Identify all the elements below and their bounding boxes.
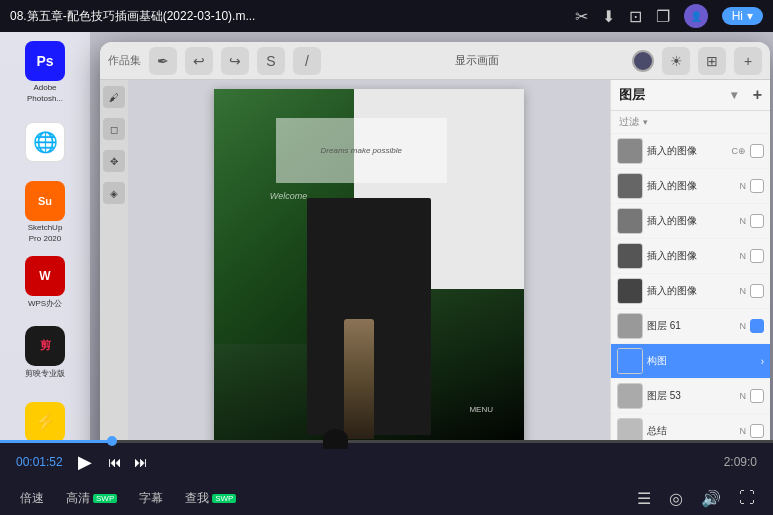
tool-select[interactable]: ◻ — [103, 118, 125, 140]
layer-item[interactable]: 图层 61N — [611, 309, 770, 344]
layer-thumbnail — [617, 348, 643, 374]
play-button[interactable]: ▶ — [68, 451, 102, 473]
layer-thumbnail — [617, 313, 643, 339]
layer-item[interactable]: 构图› — [611, 344, 770, 379]
layer-name: 插入的图像 — [647, 179, 736, 193]
layer-name: 构图 — [647, 354, 757, 368]
bottom-actions: 倍速 高清 SWP 字幕 查我 SWP ☰ ◎ 🔊 ⛶ — [0, 481, 773, 515]
progress-dot — [107, 436, 117, 446]
layer-item[interactable]: 插入的图像C⊕ — [611, 134, 770, 169]
layer-chevron-icon: › — [761, 356, 764, 367]
layer-thumbnail — [617, 173, 643, 199]
tool-adjust[interactable]: ◈ — [103, 182, 125, 204]
left-sidebar: Ps Adobe Photosh... 🌐 Su SketchUp Pro 20… — [0, 32, 90, 470]
layer-visibility-check[interactable] — [750, 389, 764, 403]
filter-label: 过滤 — [619, 115, 639, 129]
speed-label: 倍速 — [20, 490, 44, 507]
toolbar-plus[interactable]: + — [734, 47, 762, 75]
subtitle-button[interactable]: 字幕 — [129, 486, 173, 511]
layer-visibility-check[interactable] — [750, 284, 764, 298]
layer-name: 插入的图像 — [647, 144, 728, 158]
layer-name: 图层 53 — [647, 389, 736, 403]
layer-visibility-check[interactable] — [750, 424, 764, 438]
layer-name: 总结 — [647, 424, 736, 438]
top-bar: 08.第五章-配色技巧插画基础(2022-03-10).m... ✂ ⬇ ⊡ ❐… — [0, 0, 773, 32]
hi-button[interactable]: Hi ▾ — [722, 7, 763, 25]
artwork: Dreams make possible Welcome MENU — [214, 89, 524, 454]
layer-mode: N — [740, 181, 747, 191]
layer-mode: N — [740, 391, 747, 401]
layer-item[interactable]: 插入的图像N — [611, 204, 770, 239]
tool-brush[interactable]: 🖌 — [103, 86, 125, 108]
layer-item[interactable]: 插入的图像N — [611, 169, 770, 204]
download-icon[interactable]: ⬇ — [602, 7, 615, 26]
target-button[interactable]: ◎ — [661, 485, 691, 512]
toolbar-brightness[interactable]: ☀ — [662, 47, 690, 75]
playback-controls: 00:01:52 ▶ ⏮ ⏭ 2:09:0 — [0, 443, 773, 481]
app-icon-jianying[interactable]: 剪 剪映专业版 — [13, 320, 77, 384]
app-icon-ps[interactable]: Ps Adobe Photosh... — [13, 40, 77, 104]
playlist-button[interactable]: ☰ — [629, 485, 659, 512]
layer-visibility-check[interactable] — [750, 144, 764, 158]
toolbar-redo[interactable]: ↪ — [221, 47, 249, 75]
toolbar-undo[interactable]: ↩ — [185, 47, 213, 75]
tool-transform[interactable]: ✥ — [103, 150, 125, 172]
layers-panel: 图层 ▾ + 过滤 ▾ 插入的图像C⊕插入的图像N插入的图像N插入的图像N插入的… — [610, 80, 770, 462]
app-icon-wps[interactable]: W WPS办公 — [13, 250, 77, 314]
scissors-icon[interactable]: ✂ — [575, 7, 588, 26]
prev-button[interactable]: ⏮ — [102, 454, 128, 470]
canvas-frame: Dreams make possible Welcome MENU — [214, 89, 524, 454]
layer-visibility-check[interactable] — [750, 214, 764, 228]
layer-mode: N — [740, 426, 747, 436]
top-bar-controls: ✂ ⬇ ⊡ ❐ 👤 Hi ▾ — [575, 4, 763, 28]
layers-collapse-icon[interactable]: ▾ — [731, 88, 737, 102]
hd-button[interactable]: 高清 SWP — [56, 486, 127, 511]
bottom-controls: 00:01:52 ▶ ⏮ ⏭ 2:09:0 倍速 高清 SWP 字幕 查我 SW… — [0, 440, 773, 515]
show-display-label: 显示画面 — [430, 53, 523, 68]
layer-visibility-check[interactable] — [750, 249, 764, 263]
next-button[interactable]: ⏭ — [128, 454, 154, 470]
layer-name: 插入的图像 — [647, 214, 736, 228]
progress-bar[interactable] — [0, 440, 773, 443]
app-icon-sketchup[interactable]: Su SketchUp Pro 2020 — [13, 180, 77, 244]
chawo-badge: SWP — [212, 494, 236, 503]
video-title: 08.第五章-配色技巧插画基础(2022-03-10).m... — [10, 8, 575, 25]
ipad-content: 🖌 ◻ ✥ ◈ — [100, 80, 770, 462]
copy-icon[interactable]: ❐ — [656, 7, 670, 26]
layer-name: 插入的图像 — [647, 284, 736, 298]
layer-visibility-check[interactable] — [750, 179, 764, 193]
canvas-area: Dreams make possible Welcome MENU — [128, 80, 610, 462]
app-icon-chrome[interactable]: 🌐 — [13, 110, 77, 174]
layers-list: 插入的图像C⊕插入的图像N插入的图像N插入的图像N插入的图像N图层 61N构图›… — [611, 134, 770, 462]
chawo-button[interactable]: 查我 SWP — [175, 486, 246, 511]
video-container: 08.第五章-配色技巧插画基础(2022-03-10).m... ✂ ⬇ ⊡ ❐… — [0, 0, 773, 515]
layers-title: 图层 — [619, 86, 731, 104]
layer-item[interactable]: 插入的图像N — [611, 274, 770, 309]
layer-thumbnail — [617, 208, 643, 234]
layer-item[interactable]: 插入的图像N — [611, 239, 770, 274]
fullscreen-button[interactable]: ⛶ — [731, 485, 763, 511]
layer-visibility-check[interactable] — [750, 319, 764, 333]
ipad-toolbar: 作品集 ✒ ↩ ↪ S / 显示画面 ☀ ⊞ + — [100, 42, 770, 80]
video-main: Ps Adobe Photosh... 🌐 Su SketchUp Pro 20… — [0, 32, 773, 470]
toolbar-color-circle[interactable] — [632, 50, 654, 72]
toolbar-layers[interactable]: ⊞ — [698, 47, 726, 75]
layer-mode: N — [740, 251, 747, 261]
chawo-label: 查我 — [185, 490, 209, 507]
canvas-label: 作品集 — [108, 53, 141, 68]
layers-filter: 过滤 ▾ — [611, 111, 770, 134]
layer-item[interactable]: 图层 53N — [611, 379, 770, 414]
volume-button[interactable]: 🔊 — [693, 485, 729, 512]
toolbar-pen[interactable]: ✒ — [149, 47, 177, 75]
crop-icon[interactable]: ⊡ — [629, 7, 642, 26]
speed-button[interactable]: 倍速 — [10, 486, 54, 511]
layer-mode: N — [740, 321, 747, 331]
filter-chevron: ▾ — [643, 117, 648, 127]
toolbar-s[interactable]: S — [257, 47, 285, 75]
layer-thumbnail — [617, 383, 643, 409]
left-tool-panel: 🖌 ◻ ✥ ◈ — [100, 80, 128, 462]
toolbar-slash[interactable]: / — [293, 47, 321, 75]
layer-mode: N — [740, 216, 747, 226]
layers-plus-btn[interactable]: + — [753, 86, 762, 104]
layer-name: 插入的图像 — [647, 249, 736, 263]
